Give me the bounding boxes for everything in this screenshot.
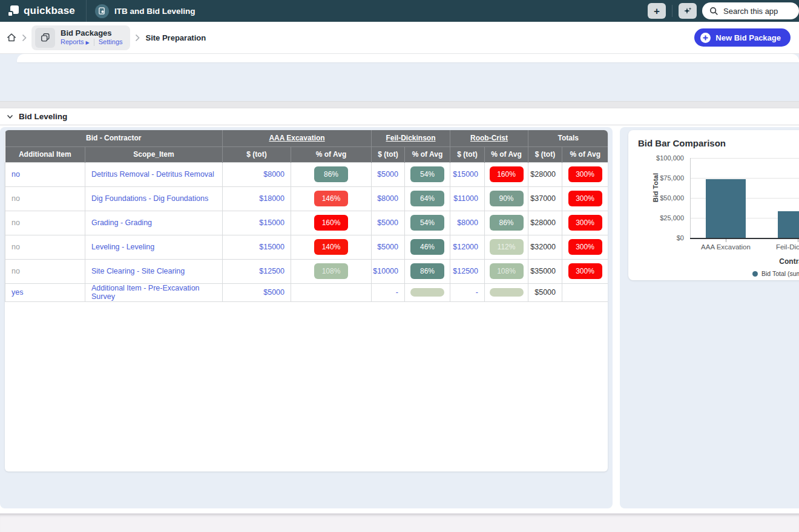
settings-link[interactable]: Settings: [99, 38, 123, 47]
table-row: noGrading - Grading$15000160%$500054%$80…: [5, 211, 608, 235]
additional-item-value: no: [12, 194, 20, 203]
additional-item-cell: no: [5, 259, 85, 283]
bid-table-panel: Bid - ContractorAAA ExcavationFeil-Dicki…: [0, 127, 613, 508]
bid-amount-cell: $5000: [528, 283, 562, 301]
table-row: yesAdditional Item - Pre-Excavation Surv…: [5, 283, 608, 301]
table-row: noLeveling - Leveling$15000140%$500046%$…: [5, 235, 608, 259]
bid-amount-cell: $5000: [372, 162, 405, 186]
pct-of-avg-cell: 54%: [405, 162, 450, 186]
y-axis-line: [690, 158, 691, 238]
app-icon: [95, 4, 109, 18]
additional-item-value: no: [12, 267, 20, 275]
additional-item-cell: no: [5, 186, 85, 211]
bid-amount-cell: $37000: [528, 186, 562, 211]
search-input[interactable]: Search this app: [702, 2, 799, 19]
page-footer: [0, 513, 799, 532]
pct-of-avg-badge: 54%: [410, 166, 444, 182]
pct-of-avg-badge: 140%: [314, 239, 348, 255]
scope-item-link[interactable]: Dig Foundations - Dig Foundations: [91, 194, 208, 203]
chip-links-divider: [94, 39, 94, 46]
home-icon[interactable]: [6, 32, 17, 43]
bid-amount-cell: $5000: [372, 211, 405, 235]
bid-amount-cell: $35000: [528, 259, 562, 283]
add-button[interactable]: +: [648, 3, 666, 19]
new-bid-package-button[interactable]: New Bid Package: [694, 28, 791, 47]
upper-card-edge: [17, 54, 799, 62]
chart-title: Bid Bar Comparison: [638, 138, 726, 148]
pct-of-avg-badge: 300%: [568, 215, 602, 231]
column-header: % of Avg: [562, 146, 608, 162]
pct-of-avg-cell: 46%: [405, 235, 450, 259]
pct-of-avg-cell: [485, 283, 528, 301]
pct-of-avg-cell: 108%: [291, 259, 372, 283]
scope-item-cell: Grading - Grading: [85, 211, 223, 235]
column-header: $ (tot): [528, 146, 562, 162]
bid-table-card: Bid - ContractorAAA ExcavationFeil-Dicki…: [5, 130, 608, 471]
quickbase-logo[interactable]: quickbase: [0, 0, 86, 22]
pct-of-avg-badge: [490, 288, 524, 297]
pct-of-avg-badge: 146%: [314, 191, 348, 206]
bid-amount-cell: $15000: [450, 162, 485, 186]
quickbase-logo-icon: [8, 5, 19, 17]
pct-of-avg-cell: 64%: [405, 186, 450, 211]
search-icon: [709, 7, 718, 16]
scope-item-link[interactable]: Site Clearing - Site Clearing: [91, 267, 185, 275]
table-icon: [35, 28, 55, 48]
y-axis-tick-label: $75,000: [628, 174, 684, 182]
bid-amount-cell: $32000: [528, 235, 562, 259]
chart-x-axis-label: Contractor: [690, 257, 799, 266]
x-axis-tick-label: Feil-Dickinson: [758, 243, 799, 251]
plus-icon: +: [654, 6, 660, 16]
column-group-header: Totals: [528, 130, 608, 146]
bid-amount-cell: $10000: [372, 259, 405, 283]
bid-leveling-section: Bid Leveling Bid - ContractorAAA Excavat…: [0, 108, 799, 513]
y-axis-tick-label: $50,000: [628, 194, 684, 202]
additional-item-cell: no: [5, 211, 85, 235]
scope-item-link[interactable]: Detritus Removal - Detritus Removal: [91, 170, 214, 179]
ai-assistant-button[interactable]: [679, 3, 697, 19]
pct-of-avg-badge: 86%: [314, 166, 348, 182]
breadcrumb-table-chip[interactable]: Bid Packages Reports ▶ Settings: [31, 25, 130, 50]
column-header: Additional Item: [5, 146, 85, 162]
additional-item-value[interactable]: no: [12, 170, 20, 179]
column-group-header[interactable]: AAA Excavation: [223, 130, 372, 146]
scope-item-link[interactable]: Grading - Grading: [91, 218, 152, 227]
pct-of-avg-cell: 86%: [291, 162, 372, 186]
scope-item-cell: Additional Item - Pre-Excavation Survey: [85, 283, 223, 301]
bid-amount-cell: $5000: [372, 235, 405, 259]
column-group-header[interactable]: Roob-Crist: [450, 130, 528, 146]
pct-of-avg-cell: 112%: [485, 235, 528, 259]
additional-item-value: no: [12, 243, 20, 251]
column-header: Scope_Item: [85, 146, 223, 162]
y-axis-tick-label: $0: [628, 234, 684, 241]
scope-item-cell: Leveling - Leveling: [85, 235, 223, 259]
bar-feil-dickinson[interactable]: [778, 211, 799, 238]
section-header[interactable]: Bid Leveling: [0, 108, 799, 125]
x-axis-tick: [726, 239, 726, 242]
reports-menu[interactable]: Reports ▶: [61, 38, 90, 47]
scope-item-cell: Dig Foundations - Dig Foundations: [85, 186, 223, 211]
bid-amount-cell: $8000: [223, 162, 291, 186]
bar-aaa-excavation[interactable]: [706, 179, 746, 238]
scope-item-link[interactable]: Additional Item - Pre-Excavation Survey: [91, 284, 200, 301]
pct-of-avg-cell: 86%: [485, 211, 528, 235]
pct-of-avg-badge: 108%: [314, 263, 348, 279]
breadcrumb-table-name[interactable]: Bid Packages: [61, 28, 123, 38]
pct-of-avg-badge: [410, 288, 444, 297]
bid-bar-comparison-chart: Bid Bar ComparisonBid Total$0$25,000$50,…: [628, 130, 799, 280]
pct-of-avg-cell: 160%: [291, 211, 372, 235]
app-home-link[interactable]: ITB and Bid Leveling: [87, 4, 204, 18]
column-group-header[interactable]: Feil-Dickinson: [372, 130, 450, 146]
additional-item-value[interactable]: yes: [12, 288, 23, 297]
bid-amount-cell: $18000: [223, 186, 291, 211]
section-gap: [0, 101, 799, 108]
column-header: % of Avg: [405, 146, 450, 162]
pct-of-avg-cell: 300%: [562, 162, 608, 186]
column-header: % of Avg: [291, 146, 372, 162]
scope-item-link[interactable]: Leveling - Leveling: [91, 243, 154, 251]
bid-amount-cell: $28000: [528, 211, 562, 235]
pct-of-avg-badge: 108%: [490, 263, 524, 279]
pct-of-avg-cell: 86%: [405, 259, 450, 283]
logo-text: quickbase: [24, 5, 75, 17]
section-panels: Bid - ContractorAAA ExcavationFeil-Dicki…: [0, 125, 799, 508]
